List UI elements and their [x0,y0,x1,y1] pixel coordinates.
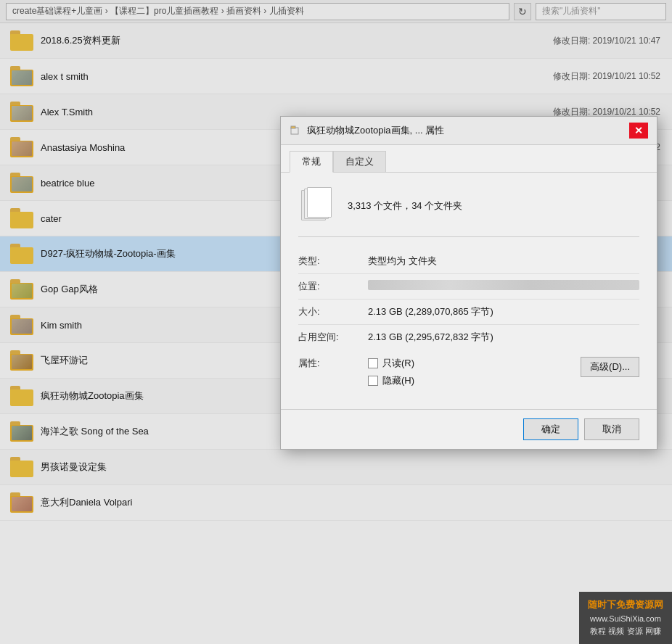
readonly-checkbox[interactable] [368,358,378,368]
dialog-content: 3,313 个文件，34 个文件夹 类型: 类型均为 文件夹 位置: 大小: 2… [281,172,657,409]
tab-custom[interactable]: 自定义 [333,151,386,172]
size-on-disk-label: 占用空间: [298,331,356,344]
type-value: 类型均为 文件夹 [368,255,639,268]
prop-row-size-on-disk: 占用空间: 2.13 GB (2,295,672,832 字节) [298,325,639,350]
tab-general[interactable]: 常规 [290,151,333,173]
location-label: 位置: [298,280,356,293]
size-value: 2.13 GB (2,289,070,865 字节) [368,305,639,318]
readonly-row: 只读(R) [368,357,569,370]
dialog-footer: 确定 取消 [281,409,657,449]
hidden-checkbox[interactable] [368,376,378,386]
svg-rect-1 [291,126,295,128]
modal-overlay: 疯狂动物城Zootopia画集, ... 属性 ✕ 常规 自定义 3,313 个… [0,0,672,644]
ok-button[interactable]: 确定 [523,418,578,440]
prop-row-location: 位置: [298,274,639,300]
dialog-close-button[interactable]: ✕ [629,123,648,139]
dialog-tabs: 常规 自定义 [281,145,657,172]
files-count: 3,313 个文件，34 个文件夹 [348,199,462,212]
size-on-disk-value: 2.13 GB (2,295,672,832 字节) [368,331,639,344]
advanced-button[interactable]: 高级(D)... [581,357,639,377]
dialog-title-text: 疯狂动物城Zootopia画集, ... 属性 [307,124,623,137]
hidden-label: 隐藏(H) [382,374,414,387]
attributes-checkboxes: 只读(R) 隐藏(H) [368,357,569,387]
size-label: 大小: [298,305,356,318]
location-value-blurred [368,280,639,290]
properties-table: 类型: 类型均为 文件夹 位置: 大小: 2.13 GB (2,289,070,… [298,249,639,350]
prop-row-size: 大小: 2.13 GB (2,289,070,865 字节) [298,300,639,325]
hidden-row: 隐藏(H) [368,374,569,387]
properties-dialog: 疯狂动物城Zootopia画集, ... 属性 ✕ 常规 自定义 3,313 个… [280,116,657,450]
cancel-button[interactable]: 取消 [584,418,639,440]
attributes-row: 属性: 只读(R) 隐藏(H) 高级(D)... [298,350,639,395]
attributes-label: 属性: [298,357,356,370]
dialog-titlebar: 疯狂动物城Zootopia画集, ... 属性 ✕ [281,117,657,145]
readonly-label: 只读(R) [382,357,414,370]
type-label: 类型: [298,255,356,268]
multi-folder-icon [298,187,336,225]
dialog-files-section: 3,313 个文件，34 个文件夹 [298,187,639,237]
dialog-title-icon [290,125,301,136]
prop-row-type: 类型: 类型均为 文件夹 [298,249,639,274]
